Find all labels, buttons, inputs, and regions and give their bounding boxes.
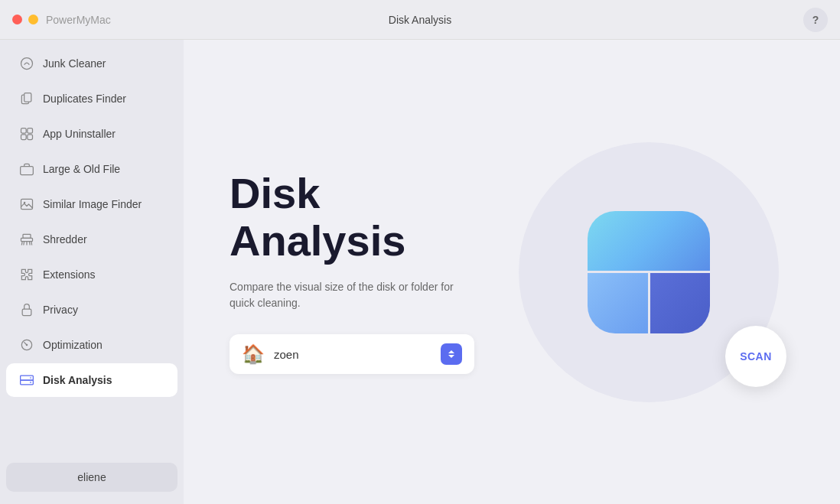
page-description: Compare the visual size of the disk or f… [230, 279, 474, 311]
sidebar-item-extensions[interactable]: Extensions [6, 258, 177, 291]
sidebar-item-label: Extensions [43, 268, 95, 281]
svg-rect-12 [22, 309, 31, 315]
briefcase-icon [18, 161, 35, 177]
sidebar-item-label: Junk Cleaner [43, 57, 106, 70]
svg-rect-7 [21, 167, 34, 175]
svg-rect-10 [21, 238, 33, 241]
app-name: PowerMyMac [46, 14, 111, 26]
sidebar-item-similar-image-finder[interactable]: Similar Image Finder [6, 187, 177, 221]
selector-value: zoen [274, 348, 431, 361]
sidebar-item-label: Disk Analysis [43, 374, 112, 386]
broom-icon [18, 55, 35, 72]
app-icon [18, 125, 35, 142]
svg-rect-3 [21, 128, 27, 134]
content-right: SCAN [503, 127, 794, 418]
copy-icon [18, 90, 35, 107]
lock-icon [18, 301, 35, 318]
svg-rect-2 [24, 93, 31, 102]
scan-button[interactable]: SCAN [725, 326, 786, 387]
sidebar-item-app-uninstaller[interactable]: App Uninstaller [6, 117, 177, 151]
traffic-lights [12, 15, 38, 24]
svg-rect-11 [23, 234, 31, 238]
svg-rect-8 [21, 199, 33, 209]
page-title: DiskAnalysis [230, 170, 503, 264]
icon-bottom-left [588, 273, 648, 333]
sidebar-item-junk-cleaner[interactable]: Junk Cleaner [6, 47, 177, 80]
sidebar-item-label: Shredder [43, 233, 87, 245]
sidebar-item-label: App Uninstaller [43, 128, 116, 140]
window-title: Disk Analysis [389, 14, 451, 26]
content-area: DiskAnalysis Compare the visual size of … [184, 40, 840, 504]
disk-icon [18, 372, 35, 389]
sidebar-item-duplicates-finder[interactable]: Duplicates Finder [6, 82, 177, 115]
svg-point-17 [30, 382, 31, 383]
disk-analysis-icon [588, 211, 710, 333]
sidebar-item-label: Optimization [43, 339, 103, 351]
shredder-icon [18, 231, 35, 248]
close-button[interactable] [12, 15, 22, 24]
location-selector[interactable]: 🏠 zoen [230, 334, 474, 374]
minimize-button[interactable] [28, 15, 38, 24]
sidebar-item-large-old-file[interactable]: Large & Old File [6, 152, 177, 186]
svg-point-16 [30, 377, 31, 379]
sidebar-item-label: Privacy [43, 304, 78, 316]
content-left: DiskAnalysis Compare the visual size of … [230, 170, 503, 374]
image-icon [18, 196, 35, 213]
sidebar-item-label: Duplicates Finder [43, 93, 126, 105]
sidebar: Junk Cleaner Duplicates Finder App U [0, 40, 184, 504]
icon-top [588, 211, 710, 272]
title-bar: PowerMyMac Disk Analysis ? [0, 0, 840, 40]
svg-rect-4 [28, 128, 33, 134]
sidebar-item-shredder[interactable]: Shredder [6, 223, 177, 256]
user-button[interactable]: eliene [6, 463, 177, 492]
svg-rect-5 [21, 135, 27, 140]
main-layout: Junk Cleaner Duplicates Finder App U [0, 40, 840, 504]
sidebar-item-disk-analysis[interactable]: Disk Analysis [6, 363, 177, 397]
svg-rect-6 [28, 135, 33, 140]
svg-point-13 [26, 344, 28, 346]
help-button[interactable]: ? [803, 8, 828, 32]
selector-arrows-button[interactable] [441, 343, 462, 365]
sidebar-item-label: Similar Image Finder [43, 198, 142, 210]
svg-rect-15 [21, 380, 34, 385]
puzzle-icon [18, 266, 35, 283]
sidebar-item-optimization[interactable]: Optimization [6, 328, 177, 362]
sidebar-item-privacy[interactable]: Privacy [6, 293, 177, 327]
home-icon: 🏠 [242, 343, 265, 365]
svg-point-0 [21, 58, 33, 70]
gauge-icon [18, 337, 35, 353]
icon-bottom-right [650, 273, 711, 333]
sidebar-item-label: Large & Old File [43, 163, 120, 175]
svg-rect-14 [21, 376, 34, 380]
sidebar-bottom: eliene [0, 457, 184, 498]
